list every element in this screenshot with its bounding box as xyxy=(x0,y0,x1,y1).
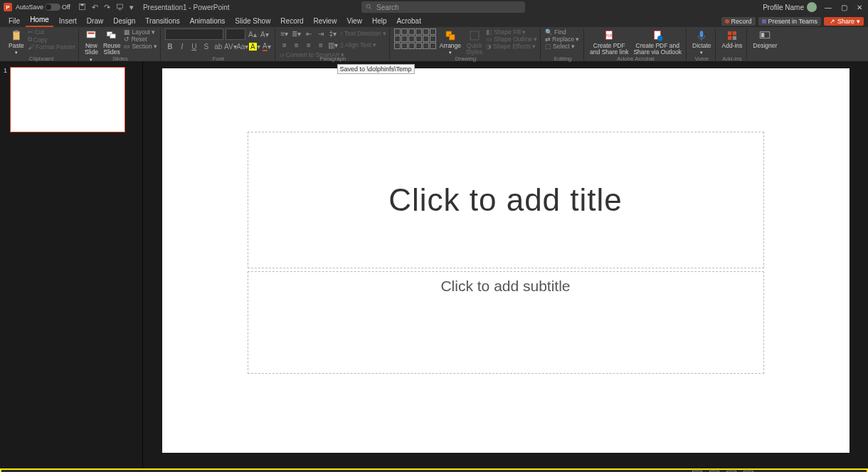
text-direction-button[interactable]: ↕ Text Direction ▾ xyxy=(340,30,386,37)
font-color-button[interactable]: A▾ xyxy=(262,41,272,51)
align-right-button[interactable]: ≡ xyxy=(304,40,314,50)
undo-icon[interactable]: ↶ xyxy=(92,3,98,12)
shape-effects-button[interactable]: ◑ Shape Effects ▾ xyxy=(486,43,537,50)
thumbnail-preview[interactable] xyxy=(10,67,125,132)
tab-view[interactable]: View xyxy=(342,16,366,27)
ribbon-group-designer: Designer xyxy=(748,28,781,61)
ribbon-group-acrobat: PDF Create PDF and Share link Create PDF… xyxy=(586,28,687,61)
shapes-gallery[interactable] xyxy=(394,28,436,49)
search-box[interactable]: Search xyxy=(361,1,525,13)
tab-review[interactable]: Review xyxy=(309,16,342,27)
find-button[interactable]: 🔍 Find xyxy=(545,28,581,36)
copy-button[interactable]: ⧉ Copy xyxy=(28,36,75,43)
tab-animations[interactable]: Animations xyxy=(186,16,229,27)
create-pdf-share-button[interactable]: PDF Create PDF and Share link xyxy=(588,28,630,57)
svg-rect-9 xyxy=(110,34,116,38)
redo-icon[interactable]: ↷ xyxy=(104,3,110,12)
align-center-button[interactable]: ≡ xyxy=(292,40,302,50)
ribbon: Paste▾ ✂ Cut ⧉ Copy 🖌 Format Painter Cli… xyxy=(0,27,868,61)
title-placeholder[interactable]: Click to add title xyxy=(248,132,764,268)
section-button[interactable]: ▭ Section ▾ xyxy=(124,43,157,50)
underline-button[interactable]: U xyxy=(189,41,199,51)
bold-button[interactable]: B xyxy=(165,41,175,51)
svg-point-16 xyxy=(657,36,663,41)
share-button[interactable]: ↗ Share ▾ xyxy=(824,17,864,26)
quick-access-toolbar: ↶ ↷ ▾ xyxy=(78,3,134,12)
subtitle-placeholder[interactable]: Click to add subtitle xyxy=(248,271,764,374)
align-text-button[interactable]: ▯ Align Text ▾ xyxy=(340,41,376,48)
slide-thumbnail-panel[interactable]: 1 xyxy=(0,61,143,468)
increase-font-icon[interactable]: A▴ xyxy=(248,29,258,39)
cut-button[interactable]: ✂ Cut xyxy=(28,28,75,36)
italic-button[interactable]: I xyxy=(177,41,187,51)
ribbon-group-paragraph: ≡▾ ≣▾ ⇤ ⇥ ‡▾ ↕ Text Direction ▾ ≡ ≡ ≡ ≡ … xyxy=(277,28,390,61)
svg-rect-6 xyxy=(87,31,95,38)
highlight-button[interactable]: A▾ xyxy=(250,41,260,51)
save-icon[interactable] xyxy=(78,3,86,12)
tab-home[interactable]: Home xyxy=(26,14,53,27)
reset-button[interactable]: ↺ Reset xyxy=(124,36,157,43)
line-spacing-button[interactable]: ‡▾ xyxy=(328,28,338,38)
svg-rect-7 xyxy=(88,33,95,34)
outdent-button[interactable]: ⇤ xyxy=(304,28,314,38)
close-button[interactable]: ✕ xyxy=(855,4,864,11)
ribbon-group-editing: 🔍 Find ⇄ Replace ▾ ⬚ Select ▾ Editing xyxy=(542,28,584,61)
arrange-button[interactable]: Arrange▾ xyxy=(438,28,462,56)
present-in-teams-button[interactable]: Present in Teams xyxy=(758,17,821,26)
qat-dropdown-icon[interactable]: ▾ xyxy=(129,3,134,12)
bullets-button[interactable]: ≡▾ xyxy=(280,28,290,38)
profile-button[interactable]: Profile Name xyxy=(763,2,817,12)
tab-insert[interactable]: Insert xyxy=(55,16,81,27)
create-pdf-outlook-button[interactable]: Create PDF and Share via Outlook xyxy=(632,28,683,57)
svg-rect-1 xyxy=(80,4,83,6)
char-spacing-button[interactable]: AV▾ xyxy=(226,41,235,51)
autosave-label: AutoSave xyxy=(16,4,43,11)
autosave-toggle[interactable]: AutoSave Off xyxy=(16,4,70,11)
designer-button[interactable]: Designer xyxy=(751,28,778,50)
paste-button[interactable]: Paste▾ xyxy=(7,28,26,56)
select-button[interactable]: ⬚ Select ▾ xyxy=(545,43,581,50)
indent-button[interactable]: ⇥ xyxy=(316,28,326,38)
status-bar: Slide 1 of 1 English (United Kingdom) Ac… xyxy=(0,468,868,472)
ribbon-group-font: A▴ A▾ B I U S ab AV▾ Aa▾ A▾ A▾ Font xyxy=(162,28,275,61)
tab-acrobat[interactable]: Acrobat xyxy=(392,16,425,27)
record-button[interactable]: Record xyxy=(721,17,756,26)
change-case-button[interactable]: Aa▾ xyxy=(238,41,248,51)
font-size-select[interactable] xyxy=(226,28,245,40)
replace-button[interactable]: ⇄ Replace ▾ xyxy=(545,36,581,43)
slide-canvas[interactable]: Saved to \dolphinfs\Temp Click to add ti… xyxy=(162,68,850,453)
numbering-button[interactable]: ≣▾ xyxy=(292,28,302,38)
tab-transitions[interactable]: Transitions xyxy=(141,16,184,27)
align-left-button[interactable]: ≡ xyxy=(280,40,290,50)
ribbon-group-slides: New Slide▾ Reuse Slides ▦ Layout ▾ ↺ Res… xyxy=(80,28,161,61)
tab-record[interactable]: Record xyxy=(276,16,307,27)
addins-button[interactable]: Add-ins xyxy=(720,28,743,50)
tab-design[interactable]: Design xyxy=(109,16,139,27)
reuse-slides-button[interactable]: Reuse Slides xyxy=(102,28,122,57)
decrease-font-icon[interactable]: A▾ xyxy=(260,29,270,39)
tab-help[interactable]: Help xyxy=(368,16,391,27)
columns-button[interactable]: ▥▾ xyxy=(328,40,338,50)
format-painter-button[interactable]: 🖌 Format Painter xyxy=(28,43,75,51)
avatar-icon xyxy=(807,2,817,12)
start-slideshow-icon[interactable] xyxy=(116,3,124,12)
dictate-button[interactable]: Dictate▾ xyxy=(691,28,712,56)
svg-rect-5 xyxy=(15,31,18,33)
font-family-select[interactable] xyxy=(165,28,223,40)
svg-rect-17 xyxy=(700,31,704,37)
tab-file[interactable]: File xyxy=(4,16,24,27)
justify-button[interactable]: ≡ xyxy=(316,40,326,50)
tab-draw[interactable]: Draw xyxy=(83,16,107,27)
shape-outline-button[interactable]: ▭ Shape Outline ▾ xyxy=(486,36,537,43)
shape-fill-button[interactable]: ◧ Shape Fill ▾ xyxy=(486,28,537,36)
slide-thumbnail[interactable]: 1 xyxy=(6,67,137,132)
layout-button[interactable]: ▦ Layout ▾ xyxy=(124,28,157,36)
canvas-area[interactable]: Saved to \dolphinfs\Temp Click to add ti… xyxy=(143,61,868,468)
toggle-switch-icon[interactable] xyxy=(45,4,60,11)
shadow-button[interactable]: ab xyxy=(213,41,223,51)
tab-slideshow[interactable]: Slide Show xyxy=(231,16,275,27)
strike-button[interactable]: S xyxy=(201,41,211,51)
quick-styles-button[interactable]: Quick Styles xyxy=(465,28,484,57)
maximize-button[interactable]: ▢ xyxy=(840,4,848,11)
minimize-button[interactable]: — xyxy=(824,4,832,11)
